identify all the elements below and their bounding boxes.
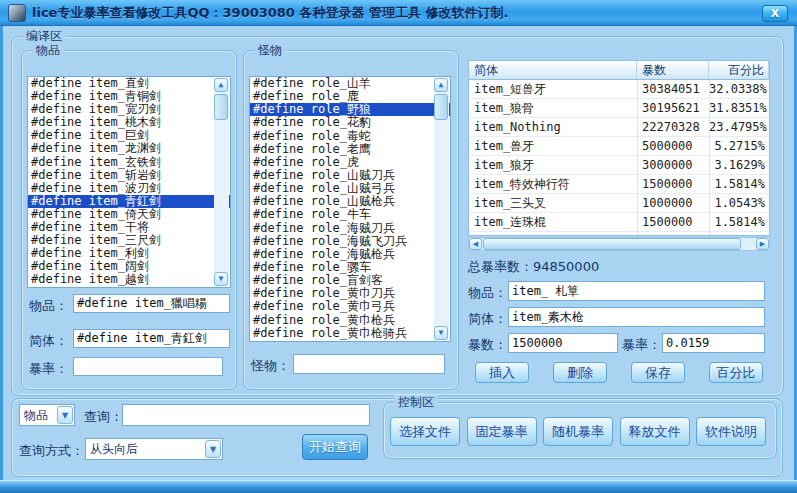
column-header[interactable]: 暴数 [637, 61, 709, 79]
table-cell: 31.8351% [709, 99, 769, 117]
table-cell: 1500000 [637, 175, 709, 193]
edit-action-button-3[interactable]: 百分比 [709, 362, 763, 383]
query-type-value: 物品 [24, 405, 48, 425]
compile-area-label: 编译区 [22, 29, 66, 44]
item-field-input[interactable] [73, 294, 230, 313]
list-item[interactable]: #define role_海贼枪兵 [250, 248, 450, 261]
table-row[interactable]: item_特效神行符15000001.5814% [469, 175, 769, 194]
table-cell [709, 232, 769, 236]
list-item[interactable]: #define role_毒蛇 [250, 130, 450, 143]
scroll-down-icon[interactable]: ▼ [434, 326, 448, 340]
list-item[interactable]: #define role_海贼刀兵 [250, 222, 450, 235]
table-hscrollbar[interactable]: ◀ ▶ [468, 237, 770, 251]
rate-field-label: 暴率： [29, 360, 68, 378]
table-row[interactable]: item_狼牙30000003.1629% [469, 156, 769, 175]
scroll-thumb[interactable] [214, 94, 228, 120]
edit-item-input[interactable] [508, 281, 765, 301]
list-item[interactable]: #define role_虎 [250, 156, 450, 169]
control-button-0[interactable]: 选择文件 [390, 417, 460, 446]
monsters-scrollbar[interactable]: ▲ ▼ [434, 78, 449, 340]
scroll-up-icon[interactable]: ▲ [214, 78, 228, 92]
scroll-down-icon[interactable]: ▼ [214, 272, 228, 286]
drop-table-header: 简体暴数百分比 [468, 60, 770, 80]
control-area-label: 控制区 [394, 395, 438, 410]
chevron-down-icon[interactable]: ▼ [57, 406, 73, 424]
chevron-down-icon[interactable]: ▼ [205, 440, 221, 458]
query-type-combo[interactable]: 物品 ▼ [19, 404, 75, 426]
control-button-2[interactable]: 随机暴率 [543, 417, 613, 446]
monster-field-label: 怪物： [251, 357, 290, 375]
column-header[interactable]: 百分比 [709, 61, 769, 79]
edit-action-button-2[interactable]: 保存 [631, 362, 685, 383]
table-row[interactable]: item_短兽牙3038405132.0338% [469, 80, 769, 99]
scroll-up-icon[interactable]: ▲ [434, 78, 448, 92]
control-button-3[interactable]: 释放文件 [620, 417, 690, 446]
table-cell: 1000000 [637, 194, 709, 212]
table-row[interactable]: item_狼骨3019562131.8351% [469, 99, 769, 118]
edit-rate-input[interactable] [662, 333, 765, 353]
items-group-label: 物品 [32, 43, 64, 58]
control-button-1[interactable]: 固定暴率 [467, 417, 537, 446]
title-bar[interactable]: lice专业暴率查看修改工具QQ：39003080 各种登录器 管理工具 修改软… [0, 0, 797, 26]
column-divider [709, 80, 710, 235]
list-item[interactable]: #define item_龙渊剑 [28, 142, 230, 155]
edit-simp-input[interactable] [508, 307, 765, 327]
edit-action-button-1[interactable]: 删除 [553, 362, 607, 383]
list-item[interactable]: #define role_海贼飞刀兵 [250, 235, 450, 248]
scroll-thumb[interactable] [434, 94, 448, 120]
query-mode-combo[interactable]: 从头向后 ▼ [85, 438, 223, 460]
list-item[interactable]: #define item_斩岩剑 [28, 169, 230, 182]
list-item[interactable]: #define role_老鹰 [250, 143, 450, 156]
list-item[interactable]: #define role_黄巾枪骑兵 [250, 327, 450, 340]
table-cell: 1.0543% [709, 194, 769, 212]
rate-field-input[interactable] [73, 357, 223, 376]
list-item[interactable]: #define item_玄铁剑 [28, 156, 230, 169]
scroll-left-icon[interactable]: ◀ [469, 238, 482, 250]
drop-table[interactable]: item_短兽牙3038405132.0338%item_狼骨301956213… [468, 80, 770, 236]
list-item[interactable]: #define role_牛车 [250, 208, 450, 221]
table-cell: 5.2715% [709, 137, 769, 155]
monster-field-input[interactable] [293, 354, 445, 374]
list-item[interactable]: #define role_黄巾枪兵 [250, 314, 450, 327]
control-buttons: 选择文件固定暴率随机暴率释放文件软件说明 [390, 417, 773, 446]
monsters-list[interactable]: ▲ ▼ #define role_山羊#define role_鹿#define… [249, 76, 451, 342]
start-query-button[interactable]: 开始查询 [302, 434, 368, 460]
edit-count-input[interactable] [508, 333, 618, 353]
table-row[interactable]: item_三头叉10000001.0543% [469, 194, 769, 213]
column-header[interactable]: 简体 [469, 61, 637, 79]
table-cell: 3.1629% [709, 156, 769, 174]
table-row[interactable] [469, 232, 769, 236]
simp-field-input[interactable] [73, 329, 230, 348]
table-cell: 30384051 [637, 80, 709, 98]
query-input[interactable] [122, 404, 370, 426]
items-list[interactable]: ▲ ▼ #define item_直剑#define item_青铜剑#defi… [27, 76, 231, 288]
total-rate-text: 总暴率数：94850000 [468, 258, 599, 276]
edit-action-buttons: 插入删除保存百分比 [475, 362, 763, 383]
list-item[interactable]: #define role_黄巾弓兵 [250, 300, 450, 313]
list-item[interactable]: #define role_花豹 [250, 116, 450, 129]
list-item[interactable]: #define item_越剑 [28, 273, 230, 286]
query-label: 查询： [84, 408, 123, 426]
table-row[interactable]: item_连珠棍15000001.5814% [469, 213, 769, 232]
scroll-thumb[interactable] [483, 238, 741, 250]
table-cell: 30195621 [637, 99, 709, 117]
close-icon[interactable]: X [762, 5, 788, 22]
list-item[interactable]: #define item_波刃剑 [28, 182, 230, 195]
table-cell: 5000000 [637, 137, 709, 155]
app-icon [8, 4, 26, 22]
query-mode-value: 从头向后 [90, 439, 138, 459]
control-button-4[interactable]: 软件说明 [696, 417, 766, 446]
edit-action-button-0[interactable]: 插入 [475, 362, 529, 383]
edit-count-label: 暴数： [468, 336, 507, 354]
list-item[interactable]: #define item_青釭剑 [28, 195, 230, 208]
window-border-bottom [0, 480, 797, 493]
column-divider [637, 80, 638, 235]
table-row[interactable]: item_兽牙50000005.2715% [469, 137, 769, 156]
table-cell: 1500000 [637, 213, 709, 231]
items-scrollbar[interactable]: ▲ ▼ [214, 78, 229, 286]
table-row[interactable]: item_Nothing2227032823.4795% [469, 118, 769, 137]
app-window: lice专业暴率查看修改工具QQ：39003080 各种登录器 管理工具 修改软… [0, 0, 797, 493]
edit-rate-label: 暴率： [622, 336, 661, 354]
scroll-right-icon[interactable]: ▶ [756, 238, 769, 250]
item-field-label: 物品： [29, 297, 68, 315]
